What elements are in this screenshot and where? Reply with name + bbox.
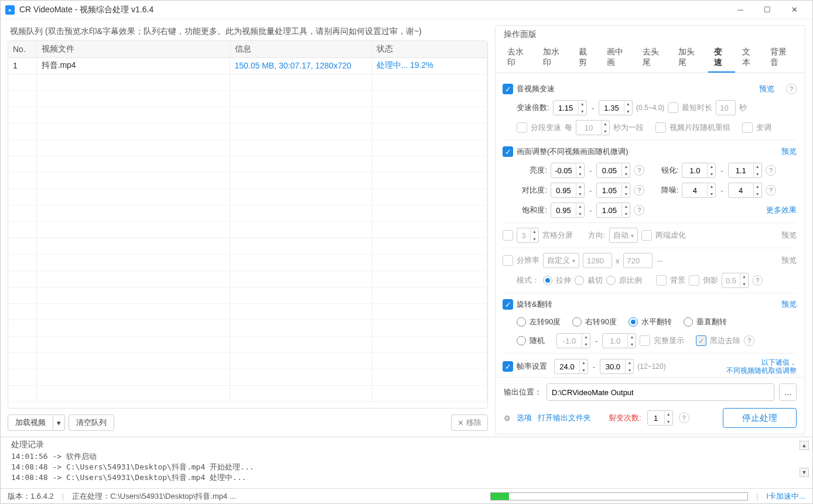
ops-scroll[interactable]: ✓ 音视频变速 预览 ? 变速倍数: ▲▼ - ▲▼ (0.5~4.0)	[496, 73, 805, 377]
processing-label: 正在处理：C:\Users\54931\Desktop\抖音.mp4 ...	[72, 491, 236, 502]
chk-bg[interactable]	[656, 275, 667, 286]
preview-grid[interactable]: 预览	[781, 230, 797, 241]
denoise-from[interactable]: ▲▼	[682, 183, 716, 198]
chk-adjust[interactable]: ✓	[503, 146, 513, 157]
sat-to[interactable]: ▲▼	[596, 203, 630, 218]
chk-res[interactable]	[503, 255, 513, 266]
help-bright[interactable]: ?	[634, 165, 644, 176]
add-video-button-group[interactable]: 加载视频 ▾	[8, 414, 65, 431]
chk-seg[interactable]	[517, 122, 527, 133]
mindur-val[interactable]	[716, 100, 736, 115]
tab-3[interactable]: 画中画	[601, 43, 636, 73]
log-body[interactable]: 14:01:56 -> 软件启动14:08:48 -> C:\Users\549…	[11, 451, 805, 487]
minimize-button[interactable]: ─	[727, 1, 754, 19]
preview-res[interactable]: 预览	[781, 255, 797, 266]
gear-icon[interactable]: ⚙	[504, 414, 511, 423]
res-mode-select[interactable]: 自定义	[543, 253, 579, 268]
res-w[interactable]	[583, 253, 612, 268]
speed-to[interactable]: ▲▼	[599, 100, 633, 115]
rand-to[interactable]: ▲▼	[602, 333, 636, 348]
tab-5[interactable]: 加头尾	[672, 43, 707, 73]
mirror-val[interactable]: ▲▼	[722, 273, 749, 288]
scroll-up-icon[interactable]: ▲	[800, 441, 809, 450]
stop-button[interactable]: 停止处理	[723, 408, 797, 428]
rand-from[interactable]: ▲▼	[556, 333, 590, 348]
fps-from[interactable]: ▲▼	[554, 359, 588, 374]
help-denoise[interactable]: ?	[766, 185, 776, 196]
tab-1[interactable]: 加水印	[537, 43, 572, 73]
tab-2[interactable]: 裁剪	[573, 43, 600, 73]
col-status[interactable]: 状态	[371, 41, 487, 57]
col-no[interactable]: No.	[8, 41, 36, 57]
res-h[interactable]	[623, 253, 653, 268]
preview-speed[interactable]: 预览	[759, 84, 774, 94]
tab-7[interactable]: 文本	[736, 43, 763, 73]
contrast-from[interactable]: ▲▼	[551, 183, 585, 198]
help-sat[interactable]: ?	[634, 205, 644, 215]
video-queue-table[interactable]: No. 视频文件 信息 状态 1抖音.mp4150.05 MB, 30:07.1…	[8, 41, 487, 402]
radio-rand[interactable]	[517, 336, 526, 345]
options-link[interactable]: 选项	[517, 413, 532, 423]
clear-queue-button[interactable]: 清空队列	[69, 414, 114, 431]
chk-fps[interactable]: ✓	[503, 361, 513, 372]
scroll-down-icon[interactable]: ▼	[800, 468, 809, 477]
chk-speed[interactable]: ✓	[503, 84, 513, 94]
help-sharp[interactable]: ?	[766, 165, 776, 176]
add-video-button[interactable]: 加载视频	[8, 414, 53, 431]
chk-blur[interactable]	[641, 230, 652, 241]
add-video-dropdown[interactable]: ▾	[53, 414, 65, 431]
speed-from[interactable]: ▲▼	[553, 100, 587, 115]
more-effects[interactable]: 更多效果	[766, 205, 797, 215]
tab-8[interactable]: 背景音	[764, 43, 799, 73]
chk-mindur[interactable]	[668, 102, 678, 113]
split-val[interactable]: ▲▼	[647, 410, 673, 426]
seg-val[interactable]: ▲▼	[576, 120, 610, 135]
contrast-to[interactable]: ▲▼	[596, 183, 630, 198]
chk-blackedge[interactable]: ✓	[696, 335, 706, 346]
preview-adjust[interactable]: 预览	[781, 146, 797, 157]
col-file[interactable]: 视频文件	[36, 41, 230, 57]
table-row-empty	[8, 205, 487, 221]
remove-button[interactable]: ✕ 移除	[451, 414, 488, 431]
maximize-button[interactable]: ☐	[754, 1, 781, 19]
chk-pitch[interactable]	[742, 122, 753, 133]
chk-rotate[interactable]: ✓	[503, 299, 513, 310]
radio-l90[interactable]	[517, 317, 526, 327]
tab-6[interactable]: 变速	[708, 43, 735, 73]
preview-rotate[interactable]: 预览	[781, 299, 797, 310]
fps-to[interactable]: ▲▼	[600, 359, 634, 374]
col-info[interactable]: 信息	[230, 41, 371, 57]
radio-crop[interactable]	[575, 276, 584, 285]
table-row-empty	[8, 303, 487, 320]
radio-flipv[interactable]	[684, 317, 693, 327]
bright-to[interactable]: ▲▼	[596, 163, 630, 178]
help-speed[interactable]: ?	[786, 84, 797, 94]
grid-val[interactable]: ▲▼	[517, 228, 539, 243]
chk-fit[interactable]	[640, 335, 650, 346]
chk-shuffle[interactable]	[655, 122, 666, 133]
output-path[interactable]	[546, 383, 774, 401]
radio-keep[interactable]	[606, 276, 616, 285]
bright-from[interactable]: ▲▼	[551, 163, 585, 178]
tab-4[interactable]: 去头尾	[637, 43, 671, 73]
close-button[interactable]: ✕	[781, 1, 808, 19]
radio-r90[interactable]	[572, 317, 582, 327]
chk-grid[interactable]	[503, 230, 513, 241]
help-rotate[interactable]: ?	[744, 335, 754, 346]
sharp-to[interactable]: ▲▼	[728, 163, 762, 178]
help-contrast[interactable]: ?	[634, 185, 644, 196]
sat-from[interactable]: ▲▼	[551, 203, 585, 218]
chk-mirror[interactable]	[689, 275, 699, 286]
browse-button[interactable]: …	[779, 383, 797, 401]
radio-stretch[interactable]	[543, 276, 552, 285]
swap-icon[interactable]: ↔	[656, 256, 664, 265]
sharp-from[interactable]: ▲▼	[682, 163, 716, 178]
open-output-link[interactable]: 打开输出文件夹	[538, 413, 591, 423]
grid-dir-select[interactable]: 自动	[609, 228, 638, 243]
denoise-to[interactable]: ▲▼	[728, 183, 762, 198]
tab-0[interactable]: 去水印	[501, 43, 536, 73]
radio-fliph[interactable]	[628, 317, 638, 327]
table-row[interactable]: 1抖音.mp4150.05 MB, 30:07.17, 1280x720处理中.…	[8, 57, 487, 74]
help-res[interactable]: ?	[752, 275, 763, 286]
help-split[interactable]: ?	[679, 413, 689, 423]
